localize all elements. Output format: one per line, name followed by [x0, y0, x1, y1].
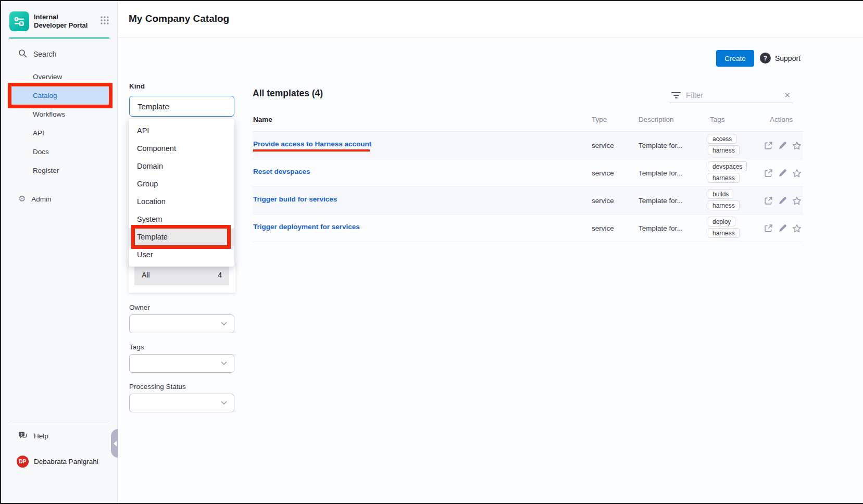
- sidebar-search[interactable]: Search: [18, 49, 56, 59]
- sidebar-item-admin[interactable]: ⚙ Admin: [18, 195, 52, 203]
- tag-chip: builds: [708, 189, 733, 199]
- open-in-new-icon[interactable]: [764, 196, 773, 206]
- kind-option-component[interactable]: Component: [129, 140, 234, 157]
- svg-text:?: ?: [20, 433, 22, 436]
- edit-icon[interactable]: [778, 141, 787, 150]
- edit-icon[interactable]: [778, 196, 787, 206]
- tags-cell: devspacesharness: [708, 161, 747, 183]
- chevron-down-icon: [221, 361, 227, 366]
- table-title: All templates (4): [253, 88, 323, 99]
- top-header: My Company Catalog: [118, 1, 863, 37]
- tag-chip: access: [708, 134, 736, 144]
- help-label: Help: [34, 432, 48, 440]
- sidebar-item-overview[interactable]: Overview: [1, 68, 118, 86]
- sidebar-divider: [9, 421, 109, 421]
- table-row: Provide access to Harness accountservice…: [253, 132, 803, 159]
- table-body: Provide access to Harness accountservice…: [253, 132, 803, 242]
- open-in-new-icon[interactable]: [764, 224, 773, 233]
- column-header-tags: Tags: [710, 116, 725, 123]
- template-link[interactable]: Trigger deployment for services: [253, 223, 360, 231]
- question-circle-icon: ?: [760, 53, 771, 64]
- gear-icon: ⚙: [18, 195, 26, 203]
- all-label: All: [142, 271, 150, 279]
- kind-option-location[interactable]: Location: [129, 193, 234, 210]
- owner-label: Owner: [129, 304, 150, 311]
- sidebar-item-workflows[interactable]: Workflows: [1, 105, 118, 124]
- kind-option-domain[interactable]: Domain: [129, 157, 234, 175]
- user-name: Debabrata Panigrahi: [34, 458, 98, 465]
- tag-chip: devspaces: [708, 161, 747, 171]
- sidebar-nav: OverviewCatalogWorkflowsAPIDocsRegister: [1, 68, 118, 180]
- tags-cell: deployharness: [708, 217, 740, 238]
- star-icon[interactable]: [792, 224, 802, 233]
- sidebar: Internal Developer Portal Searc: [1, 1, 118, 503]
- edit-icon[interactable]: [778, 169, 787, 178]
- column-header-type: Type: [592, 116, 607, 123]
- sidebar-item-docs[interactable]: Docs: [1, 143, 118, 161]
- avatar: DP: [17, 456, 29, 468]
- actions-cell: [764, 141, 802, 150]
- filter-icon: [671, 92, 681, 98]
- table-row: Trigger build for servicesserviceTemplat…: [253, 187, 803, 215]
- chevron-left-icon: [114, 441, 117, 446]
- type-cell: service: [592, 197, 614, 205]
- create-button[interactable]: Create: [716, 50, 754, 67]
- search-icon: [18, 49, 27, 59]
- table-row: Trigger deployment for servicesserviceTe…: [253, 215, 803, 242]
- owner-select[interactable]: [129, 314, 234, 333]
- template-link[interactable]: Reset devspaces: [253, 168, 310, 175]
- type-cell: service: [592, 224, 614, 232]
- brand: Internal Developer Portal: [9, 11, 109, 31]
- column-header-description: Description: [639, 116, 674, 123]
- page-title: My Company Catalog: [129, 13, 229, 24]
- template-link[interactable]: Provide access to Harness account: [253, 140, 371, 148]
- star-icon[interactable]: [792, 141, 802, 150]
- kind-label: Kind: [129, 82, 145, 90]
- kind-select[interactable]: Template: [129, 96, 234, 117]
- template-link[interactable]: Trigger build for services: [253, 195, 337, 203]
- tag-chip: deploy: [708, 217, 735, 226]
- help-button[interactable]: ? Help: [18, 431, 48, 441]
- processing-status-label: Processing Status: [129, 383, 186, 390]
- app-window: Internal Developer Portal Searc: [0, 0, 863, 504]
- user-menu[interactable]: DP Debabrata Panigrahi: [17, 456, 98, 468]
- table-filter[interactable]: ✕: [669, 87, 793, 103]
- edit-icon[interactable]: [778, 224, 787, 233]
- kind-option-system[interactable]: System: [129, 210, 234, 228]
- clear-filter-icon[interactable]: ✕: [782, 91, 793, 100]
- brand-title: Internal Developer Portal: [34, 13, 91, 30]
- open-in-new-icon[interactable]: [764, 141, 773, 150]
- column-header-actions: Actions: [770, 116, 793, 123]
- processing-status-select[interactable]: [129, 394, 234, 412]
- all-count: 4: [218, 271, 222, 279]
- open-in-new-icon[interactable]: [764, 169, 773, 178]
- support-label: Support: [775, 54, 801, 62]
- description-cell: Template for...: [639, 224, 683, 232]
- filter-input[interactable]: [686, 91, 774, 99]
- app-switcher-icon[interactable]: [100, 16, 109, 27]
- column-header-name: Name: [253, 116, 272, 123]
- actions-cell: [764, 224, 802, 233]
- kind-option-group[interactable]: Group: [129, 175, 234, 193]
- kind-option-api[interactable]: API: [129, 122, 234, 140]
- description-cell: Template for...: [639, 197, 683, 205]
- admin-label: Admin: [31, 195, 51, 203]
- sidebar-item-catalog[interactable]: Catalog: [10, 86, 109, 105]
- sidebar-collapse-handle[interactable]: [111, 429, 118, 458]
- kind-option-user[interactable]: User: [129, 246, 234, 263]
- table-row: Reset devspacesserviceTemplate for...dev…: [253, 159, 803, 187]
- tag-chip: harness: [708, 145, 740, 155]
- support-button[interactable]: ? Support: [760, 53, 801, 64]
- star-icon[interactable]: [792, 196, 802, 206]
- sidebar-item-register[interactable]: Register: [1, 161, 118, 180]
- sidebar-item-api[interactable]: API: [1, 124, 118, 143]
- kind-filter-all-row[interactable]: All 4: [134, 264, 229, 285]
- kind-option-template[interactable]: Template: [129, 228, 234, 246]
- table-header-row: NameTypeDescriptionTagsActions: [253, 116, 803, 131]
- tags-cell: buildsharness: [708, 189, 740, 210]
- brand-divider: [9, 37, 109, 39]
- star-icon[interactable]: [792, 169, 802, 178]
- search-label: Search: [33, 50, 56, 58]
- tag-chip: harness: [708, 200, 740, 210]
- tags-select[interactable]: [129, 354, 234, 373]
